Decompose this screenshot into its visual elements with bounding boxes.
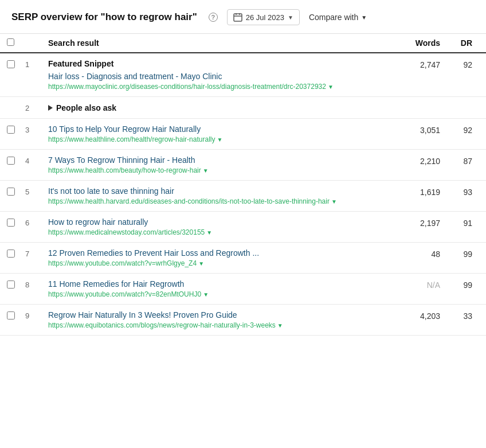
row-words: 4,203 bbox=[394, 310, 440, 321]
row-dr: 92 bbox=[440, 59, 475, 69]
row-words: 48 bbox=[394, 248, 440, 259]
row-content: Regrow Hair Naturally In 3 Weeks! Proven… bbox=[48, 310, 394, 329]
result-title-link[interactable]: 10 Tips to Help Your Regrow Hair Natural… bbox=[48, 124, 394, 134]
table-row: 8 11 Home Remedies for Hair Regrowth htt… bbox=[0, 274, 486, 305]
result-title-link[interactable]: Hair loss - Diagnosis and treatment - Ma… bbox=[48, 72, 394, 81]
row-checkbox-col bbox=[7, 217, 25, 227]
row-dr: 99 bbox=[440, 279, 475, 290]
row-checkbox-col bbox=[7, 124, 25, 134]
row-number: 7 bbox=[25, 248, 48, 258]
table-row: 2 People also ask bbox=[0, 97, 486, 119]
date-chevron-icon: ▼ bbox=[288, 14, 293, 21]
row-words: 2,197 bbox=[394, 217, 440, 228]
result-url: https://www.youtube.com/watch?v=wrhGlgye… bbox=[48, 259, 394, 267]
page-header: SERP overview for "how to regrow hair" ?… bbox=[0, 0, 486, 34]
row-checkbox[interactable] bbox=[7, 250, 15, 258]
row-content: 10 Tips to Help Your Regrow Hair Natural… bbox=[48, 124, 394, 143]
date-picker-button[interactable]: 26 Jul 2023 ▼ bbox=[227, 9, 300, 25]
result-url: https://www.youtube.com/watch?v=82enMtOU… bbox=[48, 290, 394, 298]
row-checkbox[interactable] bbox=[7, 311, 15, 320]
url-dropdown-icon[interactable]: ▼ bbox=[203, 291, 209, 298]
result-title-link[interactable]: Regrow Hair Naturally In 3 Weeks! Proven… bbox=[48, 310, 394, 320]
url-dropdown-icon[interactable]: ▼ bbox=[277, 322, 283, 329]
url-text: https://www.medicalnewstoday.com/article… bbox=[48, 228, 205, 236]
row-checkbox[interactable] bbox=[7, 281, 15, 289]
row-content: 11 Home Remedies for Hair Regrowth https… bbox=[48, 279, 394, 298]
row-checkbox-col bbox=[7, 107, 25, 108]
row-number: 2 bbox=[25, 103, 48, 112]
row-checkbox-col bbox=[7, 310, 25, 320]
row-content: 7 Ways To Regrow Thinning Hair - Health … bbox=[48, 155, 394, 174]
row-content: 12 Proven Remedies to Prevent Hair Loss … bbox=[48, 248, 394, 267]
result-url: https://www.health.com/beauty/how-to-reg… bbox=[48, 166, 394, 174]
page-title: SERP overview for "how to regrow hair" bbox=[11, 11, 197, 23]
result-title-link[interactable]: 11 Home Remedies for Hair Regrowth bbox=[48, 279, 394, 289]
row-content: Featured Snippet Hair loss - Diagnosis a… bbox=[48, 59, 394, 91]
row-checkbox-col bbox=[7, 279, 25, 289]
url-text: https://www.youtube.com/watch?v=82enMtOU… bbox=[48, 290, 201, 298]
row-checkbox[interactable] bbox=[7, 157, 15, 165]
row-checkbox[interactable] bbox=[7, 60, 15, 68]
row-dr: 91 bbox=[440, 217, 475, 228]
result-url: https://www.health.harvard.edu/diseases-… bbox=[48, 197, 394, 205]
compare-with-button[interactable]: Compare with ▼ bbox=[309, 13, 367, 22]
compare-label: Compare with bbox=[309, 13, 358, 22]
select-all-checkbox[interactable] bbox=[7, 38, 14, 46]
row-words: 2,747 bbox=[394, 59, 440, 69]
expand-icon bbox=[48, 105, 53, 111]
calendar-icon bbox=[233, 13, 242, 22]
row-checkbox-col bbox=[7, 59, 25, 68]
row-number: 4 bbox=[25, 155, 48, 165]
url-dropdown-icon[interactable]: ▼ bbox=[331, 198, 337, 205]
result-title-link[interactable]: 7 Ways To Regrow Thinning Hair - Health bbox=[48, 155, 394, 165]
featured-snippet-label: Featured Snippet bbox=[48, 59, 394, 68]
row-number: 1 bbox=[25, 59, 48, 69]
table-row: 6 How to regrow hair naturally https://w… bbox=[0, 212, 486, 243]
row-checkbox[interactable] bbox=[7, 219, 15, 227]
row-number: 6 bbox=[25, 217, 48, 227]
result-url: https://www.equibotanics.com/blogs/news/… bbox=[48, 321, 394, 329]
table-row: 5 It's not too late to save thinning hai… bbox=[0, 181, 486, 212]
url-text: https://www.mayoclinic.org/diseases-cond… bbox=[48, 83, 326, 91]
url-dropdown-icon[interactable]: ▼ bbox=[206, 229, 212, 236]
row-words: 1,619 bbox=[394, 186, 440, 197]
header-checkbox-col bbox=[7, 38, 25, 48]
help-icon[interactable]: ? bbox=[209, 13, 218, 22]
url-text: https://www.health.com/beauty/how-to-reg… bbox=[48, 166, 201, 174]
table-row: 3 10 Tips to Help Your Regrow Hair Natur… bbox=[0, 119, 486, 150]
row-words: 3,051 bbox=[394, 124, 440, 135]
row-content: How to regrow hair naturally https://www… bbox=[48, 217, 394, 236]
url-dropdown-icon[interactable]: ▼ bbox=[217, 137, 222, 143]
url-dropdown-icon[interactable]: ▼ bbox=[203, 167, 209, 174]
row-words: 2,210 bbox=[394, 155, 440, 166]
url-dropdown-icon[interactable]: ▼ bbox=[198, 260, 204, 267]
row-dr: 99 bbox=[440, 248, 475, 259]
col-header-dr: DR bbox=[440, 38, 475, 48]
table-row: 4 7 Ways To Regrow Thinning Hair - Healt… bbox=[0, 150, 486, 181]
table-row: 7 12 Proven Remedies to Prevent Hair Los… bbox=[0, 243, 486, 274]
result-title-link[interactable]: 12 Proven Remedies to Prevent Hair Loss … bbox=[48, 248, 394, 258]
result-title-link[interactable]: How to regrow hair naturally bbox=[48, 217, 394, 227]
date-label: 26 Jul 2023 bbox=[246, 13, 284, 22]
col-header-words: Words bbox=[394, 38, 440, 48]
people-ask-text: People also ask bbox=[56, 103, 116, 112]
row-checkbox[interactable] bbox=[7, 188, 15, 196]
url-text: https://www.equibotanics.com/blogs/news/… bbox=[48, 321, 276, 329]
result-title-link[interactable]: It's not too late to save thinning hair bbox=[48, 186, 394, 196]
result-url: https://www.healthline.com/health/regrow… bbox=[48, 135, 394, 143]
row-content: It's not too late to save thinning hair … bbox=[48, 186, 394, 205]
serp-table: Search result Words DR 1 Featured Snippe… bbox=[0, 34, 486, 336]
people-also-ask-label[interactable]: People also ask bbox=[48, 103, 394, 112]
row-checkbox-col bbox=[7, 186, 25, 196]
row-dr: 93 bbox=[440, 186, 475, 197]
table-row: 1 Featured Snippet Hair loss - Diagnosis… bbox=[0, 53, 486, 97]
result-url: https://www.medicalnewstoday.com/article… bbox=[48, 228, 394, 236]
row-dr: 87 bbox=[440, 155, 475, 166]
row-words: N/A bbox=[394, 279, 440, 290]
row-checkbox-col bbox=[7, 248, 25, 258]
url-dropdown-icon[interactable]: ▼ bbox=[328, 84, 334, 90]
row-checkbox[interactable] bbox=[7, 126, 15, 134]
table-header-row: Search result Words DR bbox=[0, 34, 486, 53]
result-url: https://www.mayoclinic.org/diseases-cond… bbox=[48, 83, 394, 91]
url-text: https://www.youtube.com/watch?v=wrhGlgye… bbox=[48, 259, 197, 267]
